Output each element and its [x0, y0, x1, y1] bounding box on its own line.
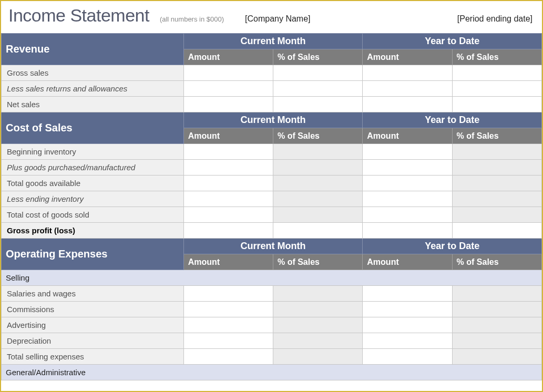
category-label: Selling: [2, 270, 542, 286]
table-row: Depreciation: [2, 333, 542, 349]
category-row-general-admin: General/Administrative: [2, 365, 542, 380]
cell-pct-current[interactable]: [273, 349, 362, 365]
table-row: Salaries and wages: [2, 286, 542, 302]
table-row: Advertising: [2, 317, 542, 333]
table-row: Commissions: [2, 302, 542, 317]
cell-amount-ytd[interactable]: [363, 65, 452, 81]
cell-amount-ytd[interactable]: [363, 317, 452, 333]
cell-amount-ytd[interactable]: [363, 81, 452, 97]
cell-amount-current[interactable]: [183, 191, 273, 207]
cell-pct-ytd[interactable]: [452, 97, 541, 112]
cell-pct-ytd: [452, 81, 541, 97]
period-header-ytd: Year to Date: [363, 34, 542, 49]
cell-pct-current[interactable]: [273, 97, 362, 112]
company-name-placeholder[interactable]: [Company Name]: [245, 14, 311, 24]
cell-amount-ytd[interactable]: [363, 97, 452, 112]
table-row: Total goods available: [2, 176, 542, 191]
cell-amount-current[interactable]: [183, 223, 273, 239]
cell-pct-ytd[interactable]: [452, 223, 541, 239]
cell-amount-ytd[interactable]: [363, 286, 452, 302]
period-header-current: Current Month: [183, 112, 363, 128]
cell-amount-ytd[interactable]: [363, 160, 452, 176]
row-label: Advertising: [2, 317, 184, 333]
period-header-current: Current Month: [183, 239, 363, 254]
cell-amount-ytd[interactable]: [363, 223, 452, 239]
period-date-placeholder[interactable]: [Period ending date]: [457, 14, 535, 24]
col-amount: Amount: [183, 128, 273, 144]
row-label: Salaries and wages: [2, 286, 184, 302]
section-header-cost-of-sales: Cost of Sales Current Month Year to Date: [2, 112, 542, 128]
cell-pct-current[interactable]: [273, 176, 362, 191]
cell-amount-current[interactable]: [183, 160, 273, 176]
cell-pct-current[interactable]: [273, 302, 362, 317]
section-header-operating-expenses: Operating Expenses Current Month Year to…: [2, 239, 542, 254]
cell-amount-ytd[interactable]: [363, 333, 452, 349]
document-header: Income Statement (all numbers in $000) […: [1, 1, 542, 33]
cell-pct-current: [273, 81, 362, 97]
row-label: Gross sales: [2, 65, 184, 81]
col-amount: Amount: [183, 254, 273, 270]
subtitle: (all numbers in $000): [160, 15, 224, 23]
cell-amount-current[interactable]: [183, 207, 273, 223]
cell-pct-ytd[interactable]: [452, 317, 541, 333]
row-label: Less ending inventory: [2, 191, 184, 207]
col-pct-sales: % of Sales: [452, 49, 541, 65]
cell-amount-ytd[interactable]: [363, 191, 452, 207]
cell-pct-current[interactable]: [273, 286, 362, 302]
cell-pct-current[interactable]: [273, 333, 362, 349]
table-row: Net sales: [2, 97, 542, 112]
row-label: Total goods available: [2, 176, 184, 191]
cell-pct-current[interactable]: [273, 191, 362, 207]
cell-pct-current[interactable]: [273, 144, 362, 160]
cell-amount-current[interactable]: [183, 317, 273, 333]
cell-pct-ytd[interactable]: [452, 160, 541, 176]
cell-pct-ytd[interactable]: [452, 191, 541, 207]
cell-pct-ytd[interactable]: [452, 286, 541, 302]
cell-amount-current[interactable]: [183, 349, 273, 365]
cell-amount-current[interactable]: [183, 81, 273, 97]
col-pct-sales: % of Sales: [273, 254, 362, 270]
cell-pct-ytd[interactable]: [452, 333, 541, 349]
cell-pct-current[interactable]: [273, 207, 362, 223]
table-row: Plus goods purchased/manufactured: [2, 160, 542, 176]
cell-amount-current[interactable]: [183, 65, 273, 81]
section-header-revenue: Revenue Current Month Year to Date: [2, 34, 542, 49]
cell-pct-ytd: [452, 65, 541, 81]
cell-amount-current[interactable]: [183, 144, 273, 160]
cell-amount-ytd[interactable]: [363, 349, 452, 365]
table-row: Less ending inventory: [2, 191, 542, 207]
period-header-current: Current Month: [183, 34, 363, 49]
cell-pct-current[interactable]: [273, 317, 362, 333]
col-amount: Amount: [363, 49, 452, 65]
table-row: Gross profit (loss): [2, 223, 542, 239]
row-label: Plus goods purchased/manufactured: [2, 160, 184, 176]
cell-pct-current[interactable]: [273, 160, 362, 176]
cell-pct-ytd[interactable]: [452, 349, 541, 365]
table-row: Gross sales: [2, 65, 542, 81]
cell-amount-current[interactable]: [183, 286, 273, 302]
cell-amount-ytd[interactable]: [363, 207, 452, 223]
cell-amount-current[interactable]: [183, 97, 273, 112]
cell-amount-ytd[interactable]: [363, 302, 452, 317]
cell-amount-ytd[interactable]: [363, 144, 452, 160]
cell-amount-current[interactable]: [183, 302, 273, 317]
row-label: Total cost of goods sold: [2, 207, 184, 223]
income-statement-table: Revenue Current Month Year to Date Amoun…: [1, 33, 542, 380]
cell-pct-ytd[interactable]: [452, 144, 541, 160]
cell-amount-current[interactable]: [183, 176, 273, 191]
col-amount: Amount: [363, 128, 452, 144]
row-label: Beginning inventory: [2, 144, 184, 160]
category-label: General/Administrative: [2, 365, 542, 380]
cell-pct-ytd[interactable]: [452, 207, 541, 223]
table-row: Total cost of goods sold: [2, 207, 542, 223]
cell-pct-ytd[interactable]: [452, 302, 541, 317]
period-header-ytd: Year to Date: [363, 112, 542, 128]
row-label: Commissions: [2, 302, 184, 317]
row-label: Less sales returns and allowances: [2, 81, 184, 97]
cell-amount-current[interactable]: [183, 333, 273, 349]
col-pct-sales: % of Sales: [452, 254, 541, 270]
row-label: Gross profit (loss): [2, 223, 184, 239]
cell-pct-ytd[interactable]: [452, 176, 541, 191]
cell-amount-ytd[interactable]: [363, 176, 452, 191]
cell-pct-current[interactable]: [273, 223, 362, 239]
